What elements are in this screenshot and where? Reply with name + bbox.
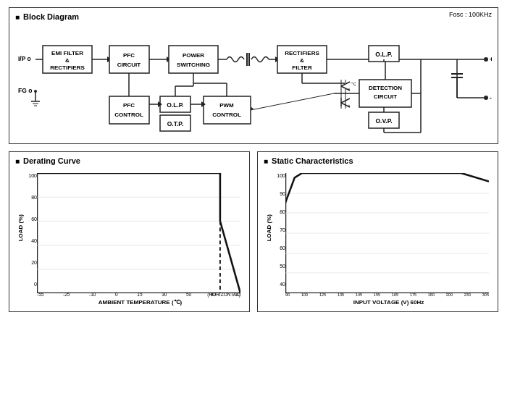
static-svg	[285, 173, 489, 293]
horizontal-label: (HORIZONTAL)	[207, 292, 240, 297]
static-y-label: LOAD (%)	[266, 214, 272, 241]
sx-tick-230: 230	[464, 293, 471, 297]
emi-label1: EMI FILTER	[51, 50, 83, 56]
olp2-label: O.L.P.	[167, 101, 183, 109]
t1-label: ⌥	[351, 81, 356, 86]
derating-chart: LOAD (%) 0 20 40 60 80 100	[15, 169, 243, 307]
power-sw-label2: SWITCHING	[177, 62, 210, 68]
y-tick-100: 100	[28, 173, 37, 178]
sx-tick-100: 100	[301, 293, 308, 297]
svg-rect-13	[169, 46, 218, 73]
emi-label2: &	[65, 57, 70, 64]
sy-tick-40: 40	[280, 282, 285, 287]
pwm-ctrl-label1: PWM	[219, 102, 234, 109]
sx-tick-155: 155	[374, 293, 380, 297]
static-section: Static Characteristics LOAD (%) 40 50 60…	[257, 151, 498, 312]
pwm-ctrl-label2: CONTROL	[212, 112, 241, 118]
y-tick-40: 40	[31, 238, 37, 243]
x-tick-30: 30	[162, 292, 167, 297]
derating-section: Derating Curve LOAD (%) 0 20 40 60 80 10…	[9, 151, 250, 312]
vminus-label: -V	[490, 94, 492, 101]
block-diagram: I/P o FG o EMI FILTER & RECTIFIERS	[15, 25, 492, 138]
sx-tick-145: 145	[356, 293, 362, 297]
x-tick-15: 15	[137, 292, 142, 297]
x-tick--10: -10	[89, 292, 96, 297]
power-sw-label1: POWER	[183, 52, 204, 59]
fosc-label: Fosc : 100KHz	[449, 11, 492, 18]
derating-x-label: AMBIENT TEMPERATURE (℃)	[37, 299, 243, 306]
static-title: Static Characteristics	[264, 156, 492, 165]
sx-tick-175: 175	[410, 293, 416, 297]
sx-tick-200: 200	[446, 293, 453, 297]
svg-point-22	[484, 57, 488, 62]
y-tick-80: 80	[31, 195, 37, 200]
sy-tick-80: 80	[280, 209, 285, 214]
sy-tick-70: 70	[280, 227, 285, 232]
x-tick-50: 50	[186, 292, 191, 297]
svg-rect-52	[109, 96, 149, 124]
svg-rect-55	[204, 96, 251, 124]
x-tick--55: -55	[37, 292, 43, 297]
sx-tick-165: 165	[392, 293, 398, 297]
pfc-ctrl-label2: CONTROL	[114, 112, 143, 118]
derating-y-label: LOAD (%)	[17, 214, 24, 241]
pfc-cir-label1: PFC	[123, 52, 135, 59]
sx-tick-305: 305	[482, 293, 489, 297]
ovp-label: O.V.P.	[375, 117, 392, 125]
derating-svg	[37, 173, 240, 293]
detect-label1: DETECTION	[369, 85, 402, 91]
svg-point-3	[34, 90, 37, 93]
emi-label3: RECTIFIERS	[50, 64, 85, 71]
svg-rect-10	[109, 46, 149, 73]
rect-label1: RECTIFIERS	[285, 50, 319, 56]
y-tick-20: 20	[31, 260, 37, 265]
sy-tick-60: 60	[280, 245, 285, 251]
static-x-label: INPUT VOLTAGE (V) 60Hz	[285, 299, 492, 306]
svg-point-24	[484, 96, 488, 100]
sx-tick-180: 180	[428, 293, 435, 297]
derating-title: Derating Curve	[15, 156, 243, 165]
sx-tick-135: 135	[338, 293, 344, 297]
rect-label2: &	[300, 57, 304, 64]
block-diagram-title: Block Diagram	[15, 12, 492, 21]
fg-label: FG o	[18, 87, 32, 94]
block-diagram-svg: I/P o FG o EMI FILTER & RECTIFIERS	[15, 25, 492, 138]
static-chart: LOAD (%) 40 50 60 70 80 90 100	[264, 169, 492, 307]
sx-tick-125: 125	[319, 293, 326, 297]
sy-tick-100: 100	[277, 173, 285, 178]
y-tick-60: 60	[31, 217, 37, 222]
page: Block Diagram Fosc : 100KHz I/P o FG o	[0, 0, 507, 420]
pfc-cir-label2: CIRCUIT	[117, 62, 141, 68]
detect-label2: CIRCUIT	[374, 93, 398, 100]
vplus-label: +V	[490, 56, 492, 63]
rect-label3: FILTER	[292, 64, 312, 71]
x-tick-0: 0	[115, 292, 118, 297]
block-diagram-section: Block Diagram Fosc : 100KHz I/P o FG o	[9, 7, 498, 144]
sy-tick-50: 50	[280, 264, 285, 269]
sy-tick-90: 90	[280, 191, 285, 196]
ip-label: I/P o	[18, 55, 31, 62]
pfc-ctrl-label1: PFC	[123, 102, 135, 109]
bottom-sections: Derating Curve LOAD (%) 0 20 40 60 80 10…	[9, 151, 498, 312]
otp-label: O.T.P.	[167, 120, 184, 127]
svg-line-67	[251, 93, 334, 110]
x-tick--25: -25	[63, 292, 70, 297]
olp1-label: O.L.P.	[375, 51, 392, 58]
sx-tick-90: 90	[285, 293, 290, 297]
